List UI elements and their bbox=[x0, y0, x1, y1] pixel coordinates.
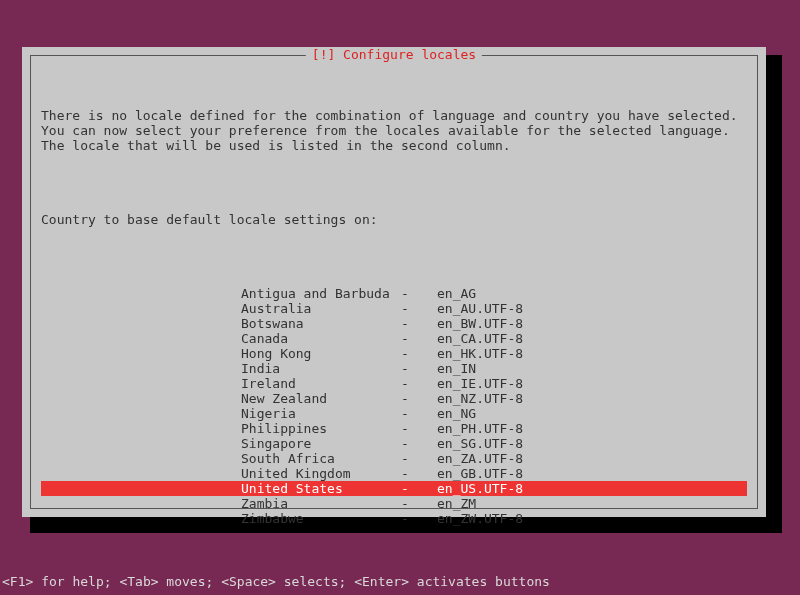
locale-row[interactable]: Botswana-en_BW.UTF-8 bbox=[41, 316, 747, 331]
screen: [!] Configure locales There is no locale… bbox=[0, 0, 800, 595]
status-bar: <F1> for help; <Tab> moves; <Space> sele… bbox=[0, 574, 800, 589]
locale-country: Zambia bbox=[241, 496, 401, 511]
dialog-border: [!] Configure locales There is no locale… bbox=[30, 55, 758, 509]
locale-separator: - bbox=[401, 451, 437, 466]
locale-code: en_ZM bbox=[437, 496, 557, 511]
locale-separator: - bbox=[401, 496, 437, 511]
locale-code: en_ZW.UTF-8 bbox=[437, 511, 557, 526]
locale-country: Botswana bbox=[241, 316, 401, 331]
locale-separator: - bbox=[401, 376, 437, 391]
locale-separator: - bbox=[401, 466, 437, 481]
locale-code: en_AU.UTF-8 bbox=[437, 301, 557, 316]
locale-row[interactable]: United States-en_US.UTF-8 bbox=[41, 481, 747, 496]
locale-code: en_SG.UTF-8 bbox=[437, 436, 557, 451]
locale-row[interactable]: Australia-en_AU.UTF-8 bbox=[41, 301, 747, 316]
locale-country: Antigua and Barbuda bbox=[241, 286, 401, 301]
locale-code: en_IE.UTF-8 bbox=[437, 376, 557, 391]
locale-row[interactable]: South Africa-en_ZA.UTF-8 bbox=[41, 451, 747, 466]
locale-code: en_BW.UTF-8 bbox=[437, 316, 557, 331]
locale-code: en_AG bbox=[437, 286, 557, 301]
locale-country: Singapore bbox=[241, 436, 401, 451]
locale-code: en_IN bbox=[437, 361, 557, 376]
locale-separator: - bbox=[401, 361, 437, 376]
locale-country: Philippines bbox=[241, 421, 401, 436]
locale-separator: - bbox=[401, 301, 437, 316]
locale-separator: - bbox=[401, 436, 437, 451]
locale-row[interactable]: Zambia-en_ZM bbox=[41, 496, 747, 511]
locale-row[interactable]: Nigeria-en_NG bbox=[41, 406, 747, 421]
dialog-body: There is no locale defined for the combi… bbox=[31, 56, 757, 595]
locale-row[interactable]: India-en_IN bbox=[41, 361, 747, 376]
locale-code: en_US.UTF-8 bbox=[437, 481, 557, 496]
locale-code: en_GB.UTF-8 bbox=[437, 466, 557, 481]
locale-separator: - bbox=[401, 391, 437, 406]
locale-country: Nigeria bbox=[241, 406, 401, 421]
locale-separator: - bbox=[401, 346, 437, 361]
locale-country: Canada bbox=[241, 331, 401, 346]
dialog-paragraph: There is no locale defined for the combi… bbox=[41, 108, 747, 153]
locale-separator: - bbox=[401, 481, 437, 496]
locale-code: en_NZ.UTF-8 bbox=[437, 391, 557, 406]
locale-row[interactable]: United Kingdom-en_GB.UTF-8 bbox=[41, 466, 747, 481]
locale-country: New Zealand bbox=[241, 391, 401, 406]
dialog-prompt: Country to base default locale settings … bbox=[41, 212, 747, 227]
locale-code: en_NG bbox=[437, 406, 557, 421]
locale-row[interactable]: Antigua and Barbuda-en_AG bbox=[41, 286, 747, 301]
locale-country: Hong Kong bbox=[241, 346, 401, 361]
locale-separator: - bbox=[401, 331, 437, 346]
configure-locales-dialog: [!] Configure locales There is no locale… bbox=[22, 47, 766, 517]
locale-code: en_HK.UTF-8 bbox=[437, 346, 557, 361]
locale-row[interactable]: Singapore-en_SG.UTF-8 bbox=[41, 436, 747, 451]
locale-row[interactable]: Ireland-en_IE.UTF-8 bbox=[41, 376, 747, 391]
locale-row[interactable]: New Zealand-en_NZ.UTF-8 bbox=[41, 391, 747, 406]
locale-code: en_ZA.UTF-8 bbox=[437, 451, 557, 466]
locale-row[interactable]: Philippines-en_PH.UTF-8 bbox=[41, 421, 747, 436]
locale-country: Australia bbox=[241, 301, 401, 316]
locale-country: South Africa bbox=[241, 451, 401, 466]
locale-separator: - bbox=[401, 421, 437, 436]
locale-code: en_PH.UTF-8 bbox=[437, 421, 557, 436]
locale-separator: - bbox=[401, 316, 437, 331]
locale-separator: - bbox=[401, 286, 437, 301]
locale-country: India bbox=[241, 361, 401, 376]
dialog-title: [!] Configure locales bbox=[306, 47, 482, 62]
locale-row[interactable]: Zimbabwe-en_ZW.UTF-8 bbox=[41, 511, 747, 526]
locale-country: United Kingdom bbox=[241, 466, 401, 481]
locale-country: United States bbox=[241, 481, 401, 496]
locale-list[interactable]: Antigua and Barbuda-en_AGAustralia-en_AU… bbox=[41, 286, 747, 526]
locale-row[interactable]: Hong Kong-en_HK.UTF-8 bbox=[41, 346, 747, 361]
locale-separator: - bbox=[401, 511, 437, 526]
locale-country: Ireland bbox=[241, 376, 401, 391]
locale-code: en_CA.UTF-8 bbox=[437, 331, 557, 346]
locale-country: Zimbabwe bbox=[241, 511, 401, 526]
locale-separator: - bbox=[401, 406, 437, 421]
locale-row[interactable]: Canada-en_CA.UTF-8 bbox=[41, 331, 747, 346]
